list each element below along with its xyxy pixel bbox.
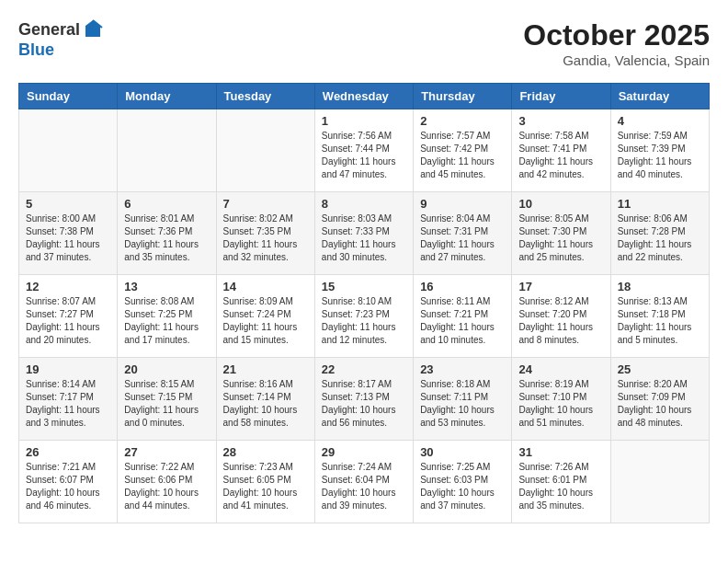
weekday-header: Sunday (19, 84, 118, 109)
logo-blue: Blue (18, 40, 54, 59)
day-number: 12 (26, 280, 110, 293)
calendar-cell: 12Sunrise: 8:07 AM Sunset: 7:27 PM Dayli… (19, 275, 118, 358)
calendar-week-row: 12Sunrise: 8:07 AM Sunset: 7:27 PM Dayli… (19, 275, 710, 358)
weekday-header: Monday (118, 84, 216, 109)
day-info: Sunrise: 7:24 AM Sunset: 6:04 PM Dayligh… (322, 461, 406, 512)
day-info: Sunrise: 8:09 AM Sunset: 7:24 PM Dayligh… (223, 295, 308, 347)
calendar-table: SundayMondayTuesdayWednesdayThursdayFrid… (18, 83, 710, 523)
day-number: 11 (618, 197, 702, 211)
logo-icon (82, 18, 104, 40)
day-number: 2 (420, 114, 505, 128)
calendar-week-row: 1Sunrise: 7:56 AM Sunset: 7:44 PM Daylig… (19, 109, 710, 192)
day-info: Sunrise: 8:19 AM Sunset: 7:10 PM Dayligh… (518, 378, 603, 430)
day-info: Sunrise: 8:06 AM Sunset: 7:28 PM Dayligh… (618, 213, 702, 264)
calendar-cell: 5Sunrise: 8:00 AM Sunset: 7:38 PM Daylig… (19, 192, 118, 275)
day-info: Sunrise: 7:22 AM Sunset: 6:06 PM Dayligh… (124, 461, 209, 512)
day-number: 13 (124, 280, 209, 293)
day-number: 3 (518, 114, 603, 128)
calendar-cell: 26Sunrise: 7:21 AM Sunset: 6:07 PM Dayli… (19, 441, 118, 523)
location: Gandia, Valencia, Spain (523, 52, 710, 68)
day-info: Sunrise: 8:13 AM Sunset: 7:18 PM Dayligh… (618, 295, 702, 347)
calendar-cell: 8Sunrise: 8:03 AM Sunset: 7:33 PM Daylig… (314, 192, 413, 275)
day-number: 22 (322, 362, 406, 376)
day-info: Sunrise: 8:18 AM Sunset: 7:11 PM Dayligh… (420, 378, 505, 430)
calendar-cell (216, 109, 314, 192)
day-info: Sunrise: 7:59 AM Sunset: 7:39 PM Dayligh… (618, 130, 702, 181)
calendar-cell: 24Sunrise: 8:19 AM Sunset: 7:10 PM Dayli… (512, 358, 610, 441)
day-info: Sunrise: 8:15 AM Sunset: 7:15 PM Dayligh… (124, 378, 209, 430)
weekday-header-row: SundayMondayTuesdayWednesdayThursdayFrid… (19, 84, 710, 109)
day-number: 15 (322, 280, 406, 293)
day-info: Sunrise: 7:56 AM Sunset: 7:44 PM Dayligh… (322, 130, 406, 181)
day-number: 29 (322, 445, 406, 459)
day-number: 7 (223, 197, 308, 211)
day-info: Sunrise: 8:05 AM Sunset: 7:30 PM Dayligh… (518, 213, 603, 264)
day-number: 20 (124, 362, 209, 376)
calendar-week-row: 19Sunrise: 8:14 AM Sunset: 7:17 PM Dayli… (19, 358, 710, 441)
calendar-cell: 2Sunrise: 7:57 AM Sunset: 7:42 PM Daylig… (414, 109, 512, 192)
day-number: 27 (124, 445, 209, 459)
day-info: Sunrise: 8:20 AM Sunset: 7:09 PM Dayligh… (618, 378, 702, 430)
calendar-cell: 29Sunrise: 7:24 AM Sunset: 6:04 PM Dayli… (314, 441, 413, 523)
day-number: 5 (26, 197, 110, 211)
calendar-cell: 17Sunrise: 8:12 AM Sunset: 7:20 PM Dayli… (512, 275, 610, 358)
day-info: Sunrise: 7:25 AM Sunset: 6:03 PM Dayligh… (420, 461, 505, 512)
calendar-cell: 10Sunrise: 8:05 AM Sunset: 7:30 PM Dayli… (512, 192, 610, 275)
day-number: 28 (223, 445, 308, 459)
day-number: 30 (420, 445, 505, 459)
month-title: October 2025 (523, 18, 710, 52)
calendar-cell: 16Sunrise: 8:11 AM Sunset: 7:21 PM Dayli… (414, 275, 512, 358)
calendar-cell (118, 109, 216, 192)
day-number: 14 (223, 280, 308, 293)
page-header: General Blue October 2025 Gandia, Valenc… (18, 18, 710, 68)
calendar-cell: 25Sunrise: 8:20 AM Sunset: 7:09 PM Dayli… (610, 358, 709, 441)
day-info: Sunrise: 7:23 AM Sunset: 6:05 PM Dayligh… (223, 461, 308, 512)
calendar-week-row: 5Sunrise: 8:00 AM Sunset: 7:38 PM Daylig… (19, 192, 710, 275)
day-number: 26 (26, 445, 110, 459)
day-number: 21 (223, 362, 308, 376)
calendar-cell: 22Sunrise: 8:17 AM Sunset: 7:13 PM Dayli… (314, 358, 413, 441)
calendar-cell: 27Sunrise: 7:22 AM Sunset: 6:06 PM Dayli… (118, 441, 216, 523)
day-info: Sunrise: 8:00 AM Sunset: 7:38 PM Dayligh… (26, 213, 110, 264)
calendar-cell: 4Sunrise: 7:59 AM Sunset: 7:39 PM Daylig… (610, 109, 709, 192)
day-info: Sunrise: 8:17 AM Sunset: 7:13 PM Dayligh… (322, 378, 406, 430)
day-info: Sunrise: 8:08 AM Sunset: 7:25 PM Dayligh… (124, 295, 209, 347)
calendar-cell: 6Sunrise: 8:01 AM Sunset: 7:36 PM Daylig… (118, 192, 216, 275)
day-info: Sunrise: 8:12 AM Sunset: 7:20 PM Dayligh… (518, 295, 603, 347)
day-number: 23 (420, 362, 505, 376)
day-number: 31 (518, 445, 603, 459)
calendar-cell: 21Sunrise: 8:16 AM Sunset: 7:14 PM Dayli… (216, 358, 314, 441)
day-info: Sunrise: 7:58 AM Sunset: 7:41 PM Dayligh… (518, 130, 603, 181)
logo: General Blue (18, 18, 104, 60)
weekday-header: Friday (512, 84, 610, 109)
day-info: Sunrise: 8:02 AM Sunset: 7:35 PM Dayligh… (223, 213, 308, 264)
calendar-cell: 23Sunrise: 8:18 AM Sunset: 7:11 PM Dayli… (414, 358, 512, 441)
calendar-cell: 1Sunrise: 7:56 AM Sunset: 7:44 PM Daylig… (314, 109, 413, 192)
day-info: Sunrise: 7:26 AM Sunset: 6:01 PM Dayligh… (518, 461, 603, 512)
day-info: Sunrise: 8:01 AM Sunset: 7:36 PM Dayligh… (124, 213, 209, 264)
day-info: Sunrise: 8:07 AM Sunset: 7:27 PM Dayligh… (26, 295, 110, 347)
calendar-cell: 7Sunrise: 8:02 AM Sunset: 7:35 PM Daylig… (216, 192, 314, 275)
day-info: Sunrise: 8:10 AM Sunset: 7:23 PM Dayligh… (322, 295, 406, 347)
weekday-header: Wednesday (314, 84, 413, 109)
day-number: 1 (322, 114, 406, 128)
day-info: Sunrise: 7:57 AM Sunset: 7:42 PM Dayligh… (420, 130, 505, 181)
day-number: 25 (618, 362, 702, 376)
day-number: 9 (420, 197, 505, 211)
day-number: 19 (26, 362, 110, 376)
day-number: 6 (124, 197, 209, 211)
calendar-cell: 31Sunrise: 7:26 AM Sunset: 6:01 PM Dayli… (512, 441, 610, 523)
calendar-cell (610, 441, 709, 523)
calendar-week-row: 26Sunrise: 7:21 AM Sunset: 6:07 PM Dayli… (19, 441, 710, 523)
day-number: 10 (518, 197, 603, 211)
calendar-cell: 20Sunrise: 8:15 AM Sunset: 7:15 PM Dayli… (118, 358, 216, 441)
weekday-header: Tuesday (216, 84, 314, 109)
day-number: 24 (518, 362, 603, 376)
calendar-cell: 13Sunrise: 8:08 AM Sunset: 7:25 PM Dayli… (118, 275, 216, 358)
calendar-cell: 11Sunrise: 8:06 AM Sunset: 7:28 PM Dayli… (610, 192, 709, 275)
calendar-cell: 19Sunrise: 8:14 AM Sunset: 7:17 PM Dayli… (19, 358, 118, 441)
logo-general: General (18, 20, 80, 40)
calendar-cell: 18Sunrise: 8:13 AM Sunset: 7:18 PM Dayli… (610, 275, 709, 358)
day-number: 18 (618, 280, 702, 293)
calendar-cell: 3Sunrise: 7:58 AM Sunset: 7:41 PM Daylig… (512, 109, 610, 192)
